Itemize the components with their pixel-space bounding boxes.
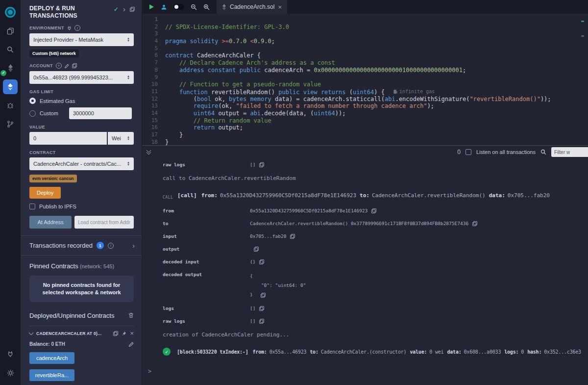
tab-cadencearch[interactable]: CadenceArch.sol × — [217, 0, 287, 14]
value-input[interactable] — [29, 132, 107, 145]
info-icon[interactable] — [108, 243, 114, 249]
deploy-button[interactable]: Deploy — [29, 187, 61, 199]
zoom-out-icon[interactable] — [191, 4, 197, 10]
run-script-icon[interactable] — [148, 4, 154, 10]
plugin-manager-icon[interactable] — [0, 345, 21, 363]
publish-icon[interactable] — [161, 4, 167, 10]
line-number: 6 — [142, 52, 165, 59]
scrollbar-mark — [581, 35, 584, 37]
pinned-contracts-title: Pinned Contracts (network: 545) — [29, 262, 134, 270]
custom-gas-label: Custom — [40, 110, 65, 116]
fn-button-revertiblerandom[interactable]: revertibleRa... — [29, 369, 74, 381]
pin-icon[interactable] — [122, 331, 126, 336]
contract-label: CONTRACT — [29, 150, 56, 155]
toggle-dot — [174, 5, 178, 9]
copy-icon[interactable] — [259, 162, 264, 167]
transactions-recorded-row[interactable]: Transactions recorded 1 › — [21, 236, 142, 256]
listen-checkbox[interactable] — [466, 149, 471, 155]
custom-gas-input[interactable] — [69, 107, 132, 119]
chevron-right-icon[interactable]: › — [123, 7, 125, 12]
close-tab-icon[interactable]: × — [278, 3, 282, 11]
deployed-contract-name: CADENCEARCHCALER AT 0)... — [36, 331, 110, 336]
line-number: 4 — [142, 38, 165, 45]
code-line: 7 // Declare Cadence Arch's address as a… — [142, 59, 588, 67]
line-number: 11 — [142, 88, 165, 96]
at-address-input[interactable] — [74, 216, 134, 229]
line-number: 9 — [142, 74, 165, 81]
fn-button-cadencearch[interactable]: cadenceArch — [29, 352, 74, 364]
code-line: 11 function revertibleRandom() public vi… — [142, 88, 588, 96]
trash-icon[interactable] — [128, 312, 134, 319]
scenario-icon[interactable] — [0, 115, 21, 133]
debugger-icon[interactable] — [0, 96, 21, 115]
code-line: 2// SPDX-License-Identifier: GPL-3.0 — [142, 24, 588, 31]
search-icon[interactable] — [0, 40, 21, 59]
copy-icon[interactable] — [259, 319, 264, 324]
copy-icon[interactable] — [472, 221, 477, 226]
at-address-button[interactable]: At Address — [29, 216, 72, 229]
terminal-toolbar: 0 Listen on all transactions — [142, 146, 588, 158]
edit-icon[interactable] — [129, 342, 134, 347]
edit-icon[interactable] — [65, 64, 69, 68]
code-line: 13 require(ok, "failed to fetch a random… — [142, 103, 588, 110]
deploy-run-panel: DEPLOY & RUN TRANSACTIONS ✓ › ENVIRONMEN… — [21, 0, 142, 385]
remix-logo[interactable] — [0, 3, 21, 22]
settings-icon[interactable] — [0, 363, 21, 382]
search-icon[interactable] — [540, 149, 546, 155]
value-unit-select[interactable]: Wei ▲▼ — [108, 132, 134, 145]
expand-terminal-icon[interactable] — [147, 150, 150, 154]
copy-icon[interactable] — [290, 234, 295, 239]
copy-icon[interactable] — [371, 208, 376, 213]
copy-icon[interactable] — [72, 63, 77, 68]
account-select[interactable]: 0x55a...46923 (999.999945323... ▲▼ — [29, 71, 134, 84]
remix-ide-window: ✓ DEPLOY & RUN TRANSACTIONS ✓ › — [0, 0, 588, 385]
panel-title: DEPLOY & RUN TRANSACTIONS — [29, 5, 103, 20]
transactions-count-badge: 1 — [97, 242, 104, 249]
success-check-icon: ✓ — [163, 348, 171, 356]
terminal-row: input0x705...fab20 — [163, 233, 588, 240]
copy-icon[interactable] — [259, 259, 264, 264]
code-line: 14 uint64 output = abi.decode(data, (uin… — [142, 110, 588, 117]
info-icon[interactable] — [74, 25, 80, 31]
custom-gas-radio[interactable] — [29, 110, 36, 117]
workspace-icon[interactable] — [0, 22, 21, 40]
copy-icon[interactable] — [113, 331, 118, 336]
preview-toggle[interactable] — [173, 4, 184, 10]
publish-ipfs-checkbox[interactable] — [29, 204, 35, 209]
account-label: ACCOUNT — [29, 63, 53, 68]
publish-ipfs-label: Publish to IPFS — [39, 204, 76, 209]
code-line: 10 // Function to get a pseudo-random va… — [142, 81, 588, 88]
select-arrows-icon: ▲▼ — [124, 75, 130, 80]
line-number: 16 — [142, 124, 165, 131]
line-number: 12 — [142, 96, 165, 103]
terminal-prompt[interactable]: > — [142, 368, 588, 375]
solidity-file-icon — [222, 4, 226, 10]
copy-icon[interactable] — [254, 247, 259, 252]
filter-input[interactable] — [551, 147, 588, 157]
line-number: 3 — [142, 30, 165, 38]
estimated-gas-radio[interactable] — [29, 98, 36, 104]
line-number: 2 — [142, 24, 165, 31]
listen-count: 0 — [457, 149, 461, 155]
chevron-down-icon[interactable] — [29, 331, 34, 335]
plug-icon — [67, 26, 72, 30]
code-editor[interactable]: 12// SPDX-License-Identifier: GPL-3.034p… — [142, 14, 588, 145]
value-label: VALUE — [29, 125, 45, 129]
deploy-run-icon[interactable] — [0, 77, 21, 96]
chevron-right-icon[interactable]: › — [132, 243, 135, 248]
zoom-in-icon[interactable] — [203, 4, 210, 10]
popout-icon[interactable] — [130, 7, 135, 12]
terminal-row: toCadenceArchCaler.revertibleRandom() 0x… — [163, 220, 588, 227]
environment-label: ENVIRONMENT — [29, 26, 64, 30]
copy-icon[interactable] — [259, 306, 264, 311]
environment-select[interactable]: Injected Provider - MetaMask ▲▼ — [29, 33, 134, 46]
line-number: 1 — [142, 16, 165, 24]
compiler-icon[interactable]: ✓ — [0, 59, 21, 77]
terminal-row: raw logs[] — [163, 318, 588, 325]
close-icon[interactable]: × — [130, 331, 134, 336]
copy-icon[interactable] — [261, 293, 266, 298]
code-line: 16 return output; — [142, 124, 588, 131]
line-number: 8 — [142, 67, 165, 74]
contract-select[interactable]: CadenceArchCaler - contracts/Cac... ▲▼ — [29, 157, 134, 170]
add-account-icon[interactable] — [56, 63, 62, 69]
